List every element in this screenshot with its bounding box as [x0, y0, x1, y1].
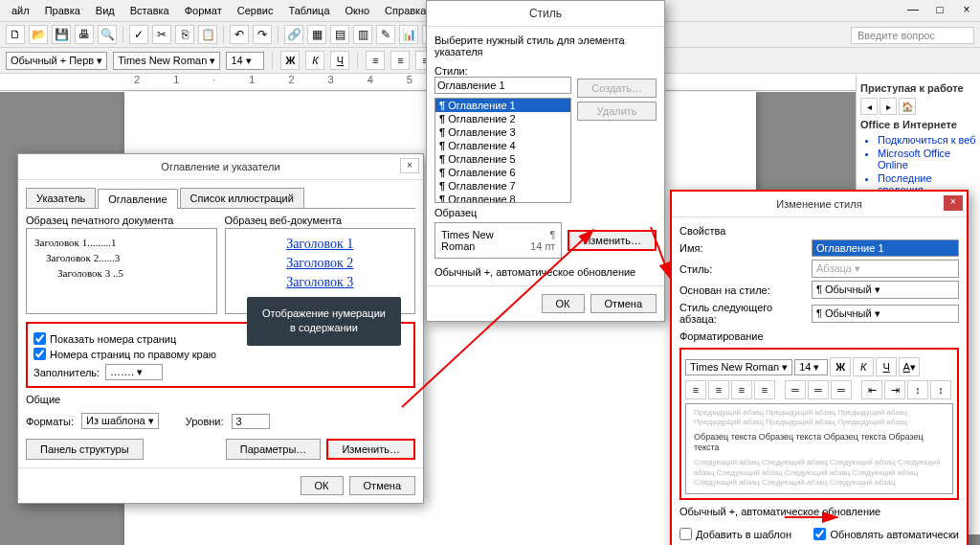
style-dialog-title: Стиль: [427, 1, 664, 27]
chk-auto-update[interactable]: [813, 528, 826, 540]
bold-button[interactable]: Ж: [280, 51, 300, 70]
space-after-button[interactable]: ↕: [930, 380, 951, 399]
excel-icon[interactable]: ▤: [330, 25, 349, 44]
task-pane-title: Приступая к работе: [860, 82, 976, 94]
style-name-input[interactable]: [434, 77, 571, 94]
open-icon[interactable]: 📂: [29, 25, 48, 44]
print-preview: Заголовок 1.........1 Заголовок 2......3…: [26, 228, 217, 314]
align-right-button[interactable]: ≡: [731, 380, 752, 399]
cancel-button[interactable]: Отмена: [590, 294, 657, 313]
menu-window[interactable]: Окно: [340, 3, 376, 18]
web-preview-label: Образец веб-документа: [225, 215, 416, 226]
tab-toc[interactable]: Оглавление: [98, 189, 177, 209]
columns-icon[interactable]: ▥: [353, 25, 372, 44]
fmt-size-select[interactable]: 14 ▾: [794, 359, 828, 375]
italic-button[interactable]: К: [305, 51, 324, 70]
create-button[interactable]: Создать…: [577, 79, 657, 98]
leader-select[interactable]: ……. ▾: [105, 364, 163, 380]
size-selector[interactable]: 14 ▾: [226, 52, 264, 70]
ok-button[interactable]: ОК: [542, 294, 585, 313]
bold-button[interactable]: Ж: [830, 357, 851, 376]
formats-select[interactable]: Из шаблона ▾: [81, 413, 159, 429]
menu-insert[interactable]: Вставка: [124, 3, 175, 18]
close-button[interactable]: ×: [953, 0, 980, 19]
list-item: Оглавление 4: [435, 139, 570, 152]
tp-link[interactable]: Подключиться к веб: [878, 134, 976, 146]
fmt-font-select[interactable]: Times New Roman ▾: [685, 359, 792, 375]
save-icon[interactable]: 💾: [52, 25, 71, 44]
align-left-button[interactable]: ≡: [366, 51, 385, 70]
align-center-button[interactable]: ≡: [708, 380, 729, 399]
tab-index[interactable]: Указатель: [26, 188, 96, 208]
align-center-button[interactable]: ≡: [390, 51, 410, 70]
style-type-select[interactable]: Абзаца ▾: [812, 260, 959, 278]
delete-button[interactable]: Удалить: [577, 102, 657, 121]
link-icon[interactable]: 🔗: [284, 25, 303, 44]
tab-illustrations[interactable]: Список иллюстраций: [180, 188, 304, 208]
levels-spinner[interactable]: 3: [232, 414, 270, 429]
modify-button[interactable]: Изменить…: [326, 439, 415, 460]
next-style-select[interactable]: ¶ Обычный ▾: [812, 305, 959, 323]
based-on-select[interactable]: ¶ Обычный ▾: [812, 281, 959, 299]
drawing-icon[interactable]: ✎: [376, 25, 395, 44]
style-dialog: Стиль Выберите нужный стиль для элемента…: [426, 0, 665, 322]
print-preview-label: Образец печатного документа: [26, 215, 217, 226]
indent-inc-button[interactable]: ⇥: [884, 380, 905, 399]
menu-view[interactable]: Вид: [90, 3, 121, 18]
structure-panel-button[interactable]: Панель структуры: [26, 439, 144, 460]
ok-button[interactable]: ОК: [301, 476, 344, 495]
maximize-button[interactable]: □: [926, 0, 953, 19]
spell-icon[interactable]: ✓: [129, 25, 148, 44]
align-justify-button[interactable]: ≡: [754, 380, 775, 399]
tp-back-icon[interactable]: ◂: [860, 98, 878, 115]
close-icon[interactable]: ×: [400, 158, 419, 173]
minimize-button[interactable]: —: [900, 0, 926, 19]
tp-home-icon[interactable]: 🏠: [899, 98, 916, 115]
name-field[interactable]: [812, 239, 959, 257]
chart-icon[interactable]: 📊: [399, 25, 418, 44]
redo-icon[interactable]: ↷: [253, 25, 272, 44]
tp-section: Office в Интернете: [860, 119, 976, 130]
help-search-input[interactable]: Введите вопрос: [851, 27, 974, 44]
menu-format[interactable]: Формат: [179, 3, 228, 18]
style-instruct: Выберите нужный стиль для элемента указа…: [434, 34, 657, 57]
space-before-button[interactable]: ↕: [907, 380, 928, 399]
copy-icon[interactable]: ⎘: [175, 25, 194, 44]
chk-right-align[interactable]: [33, 348, 46, 360]
menu-help[interactable]: Справка: [379, 3, 432, 18]
menu-table[interactable]: Таблица: [282, 3, 335, 18]
close-icon[interactable]: ×: [944, 195, 963, 211]
line-spacing-1-button[interactable]: ═: [785, 380, 806, 399]
modify-style-button[interactable]: Изменить…: [568, 230, 657, 251]
italic-button[interactable]: К: [853, 357, 874, 376]
style-selector[interactable]: Обычный + Перв ▾: [6, 52, 107, 70]
line-spacing-2-button[interactable]: ═: [831, 380, 852, 399]
style-list[interactable]: Оглавление 1 Оглавление 2 Оглавление 3 О…: [434, 98, 571, 203]
indent-dec-button[interactable]: ⇤: [861, 380, 882, 399]
font-color-button[interactable]: A▾: [899, 357, 920, 376]
list-item: Оглавление 1: [435, 99, 570, 112]
new-icon[interactable]: 🗋: [6, 25, 25, 44]
table-icon[interactable]: ▦: [307, 25, 326, 44]
paste-icon[interactable]: 📋: [198, 25, 217, 44]
print-icon[interactable]: 🖶: [75, 25, 94, 44]
menu-file[interactable]: айл: [6, 3, 35, 18]
tp-link[interactable]: Microsoft Office Online: [878, 148, 976, 170]
chk-show-pages[interactable]: [33, 332, 46, 345]
underline-button[interactable]: Ч: [876, 357, 897, 376]
undo-icon[interactable]: ↶: [230, 25, 249, 44]
cancel-button[interactable]: Отмена: [349, 476, 415, 495]
params-button[interactable]: Параметры…: [226, 439, 322, 460]
preview-icon[interactable]: 🔍: [98, 25, 117, 44]
menu-tools[interactable]: Сервис: [232, 3, 279, 18]
line-spacing-15-button[interactable]: ═: [808, 380, 829, 399]
menu-edit[interactable]: Правка: [39, 3, 86, 18]
align-left-button[interactable]: ≡: [685, 380, 706, 399]
tp-fwd-icon[interactable]: ▸: [880, 98, 897, 115]
format-preview: Предыдущий абзац Предыдущий абзац Предыд…: [685, 403, 953, 494]
cut-icon[interactable]: ✂: [152, 25, 171, 44]
font-selector[interactable]: Times New Roman ▾: [113, 52, 220, 70]
chk-add-template[interactable]: [679, 528, 692, 540]
modify-style-dialog: Изменение стиля × Свойства Имя: Стиль:Аб…: [670, 190, 969, 545]
underline-button[interactable]: Ч: [330, 51, 349, 70]
